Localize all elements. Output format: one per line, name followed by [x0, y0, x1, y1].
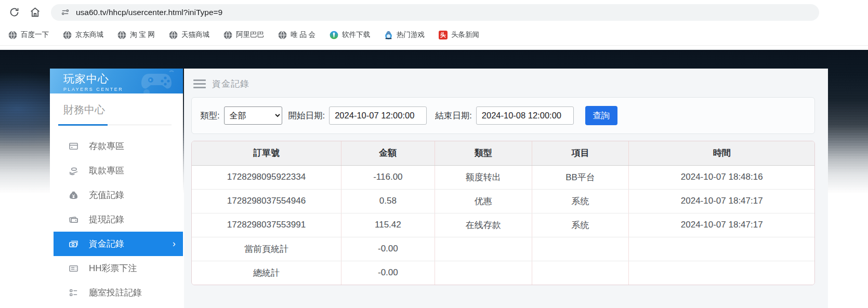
globe-icon	[117, 31, 126, 39]
url-text: usa60.tv/hhcp/usercenter.html?iniType=9	[76, 8, 222, 17]
table-row: 1728298037553991 115.42 在线存款 系统 2024-10-…	[192, 213, 814, 237]
browser-toolbar: usa60.tv/hhcp/usercenter.html?iniType=9	[0, 0, 868, 24]
sidebar-item-hall-bet-records[interactable]: 廳室投註記錄	[50, 280, 183, 305]
ticket-list-icon	[69, 263, 78, 273]
globe-icon	[278, 31, 287, 39]
section-divider	[58, 124, 172, 126]
table-header-row: 訂單號 金額 類型 項目 時間	[192, 141, 814, 165]
bookmark-jd[interactable]: 京东商城	[63, 30, 103, 39]
cell-summary-label: 總統計	[192, 261, 341, 285]
bookmark-label: 百度一下	[21, 30, 49, 39]
sidebar-item-hh-lottery-bets[interactable]: HH彩票下注	[50, 256, 183, 280]
cell-summary-label: 當前頁統計	[192, 237, 341, 261]
sidebar-banner: 玩家中心 PLAYERS CENTER	[50, 69, 183, 93]
home-icon[interactable]	[26, 4, 44, 21]
sidebar: 玩家中心 PLAYERS CENTER 財務中心	[50, 69, 183, 308]
reload-icon[interactable]	[5, 4, 23, 21]
summary-row-total: 總統計 -0.00	[192, 261, 814, 285]
bookmark-baidu[interactable]: 百度一下	[8, 30, 49, 39]
bookmark-label: 淘 宝 网	[130, 30, 155, 39]
content-wrapper: 玩家中心 PLAYERS CENTER 財務中心	[50, 69, 828, 308]
fund-records-table: 訂單號 金額 類型 項目 時間 1728298095922334 -116.00…	[191, 141, 815, 285]
sidebar-item-label: 資金記錄	[89, 238, 124, 250]
wallet-icon	[69, 215, 78, 224]
type-select[interactable]: 全部	[224, 106, 282, 125]
cell-item	[532, 261, 629, 285]
sidebar-item-label: 廳室投註記錄	[89, 287, 142, 299]
globe-icon	[169, 31, 178, 39]
cell-time: 2024-10-07 18:48:16	[629, 165, 814, 189]
money-bag-icon	[69, 190, 78, 200]
address-bar[interactable]: usa60.tv/hhcp/usercenter.html?iniType=9	[51, 4, 819, 21]
cell-item	[532, 237, 629, 261]
sidebar-item-label: HH彩票下注	[89, 262, 137, 274]
cell-type: 在线存款	[435, 213, 532, 237]
toutiao-icon: 头	[439, 31, 448, 39]
col-header-amount: 金額	[341, 141, 435, 165]
col-header-order-no: 訂單號	[192, 141, 341, 165]
withdraw-hand-icon	[69, 166, 78, 176]
bookmark-games[interactable]: 热门游戏	[384, 30, 425, 39]
cell-item: 系统	[532, 213, 629, 237]
sidebar-item-deposit-zone[interactable]: 存款專區	[50, 134, 183, 158]
software-download-icon	[330, 31, 338, 39]
sidebar-item-fund-records[interactable]: 資金記錄 ›	[54, 232, 183, 256]
end-date-input[interactable]	[476, 106, 574, 125]
end-date-label: 結束日期:	[435, 110, 472, 122]
globe-icon	[8, 31, 17, 39]
bookmark-label: 京东商城	[75, 30, 103, 39]
page-title: 資金記錄	[212, 78, 249, 90]
col-header-item: 項目	[532, 141, 629, 165]
bookmark-label: 软件下载	[342, 30, 370, 39]
cell-amount: -0.00	[341, 261, 435, 285]
search-button[interactable]: 查詢	[585, 106, 617, 125]
bookmarks-bar: 百度一下 京东商城 淘 宝 网 天猫商城 阿里巴巴 唯 品 会 软件下载	[0, 24, 868, 46]
bookmark-taobao[interactable]: 淘 宝 网	[117, 30, 155, 39]
cell-order-no: 1728298037554946	[192, 189, 341, 213]
cell-item: BB平台	[532, 165, 629, 189]
sidebar-item-label: 存款專區	[89, 140, 124, 152]
cell-type	[435, 237, 532, 261]
bookmark-alibaba[interactable]: 阿里巴巴	[223, 30, 264, 39]
bookmark-tmall[interactable]: 天猫商城	[169, 30, 209, 39]
chevron-right-icon: ›	[173, 238, 176, 249]
menu-icon[interactable]	[193, 79, 206, 88]
bookmark-label: 阿里巴巴	[236, 30, 264, 39]
cell-amount: 115.42	[341, 213, 435, 237]
start-date-label: 開始日期:	[288, 110, 325, 122]
cell-time	[629, 261, 814, 285]
bookmark-vip[interactable]: 唯 品 会	[278, 30, 315, 39]
bookmark-label: 天猫商城	[181, 30, 209, 39]
cell-amount: 0.58	[341, 189, 435, 213]
sidebar-item-recharge-records[interactable]: 充值記錄	[50, 183, 183, 207]
gamepad-icon	[139, 70, 178, 93]
col-header-time: 時間	[629, 141, 814, 165]
sidebar-item-withdrawal-records[interactable]: 提現記錄	[50, 207, 183, 232]
finance-center-heading: 財務中心	[63, 103, 183, 117]
start-date-input[interactable]	[329, 106, 427, 125]
deposit-card-icon	[69, 141, 78, 151]
sidebar-item-label: 充值記錄	[89, 189, 124, 201]
page-viewport: 玩家中心 PLAYERS CENTER 財務中心	[0, 46, 868, 308]
cell-order-no: 1728298037553991	[192, 213, 341, 237]
cell-type: 优惠	[435, 189, 532, 213]
sidebar-item-label: 提現記錄	[89, 213, 124, 225]
cell-amount: -116.00	[341, 165, 435, 189]
cell-time	[629, 237, 814, 261]
bookmark-label: 头条新闻	[451, 30, 479, 39]
bookmark-software[interactable]: 软件下载	[330, 30, 370, 39]
hall-list-icon	[69, 288, 78, 298]
site-info-icon[interactable]	[58, 6, 72, 19]
table-row: 1728298095922334 -116.00 额度转出 BB平台 2024-…	[192, 165, 814, 189]
globe-icon	[223, 31, 232, 39]
bookmark-toutiao[interactable]: 头 头条新闻	[439, 30, 479, 39]
cash-record-icon	[69, 239, 78, 249]
cell-type	[435, 261, 532, 285]
sidebar-item-withdraw-zone[interactable]: 取款專區	[50, 158, 183, 183]
globe-icon	[63, 31, 72, 39]
sidebar-item-label: 取款專區	[89, 165, 124, 177]
main-header: 資金記錄	[191, 75, 815, 97]
col-header-type: 類型	[435, 141, 532, 165]
sidebar-section: 財務中心	[50, 93, 183, 117]
cell-time: 2024-10-07 18:47:17	[629, 189, 814, 213]
